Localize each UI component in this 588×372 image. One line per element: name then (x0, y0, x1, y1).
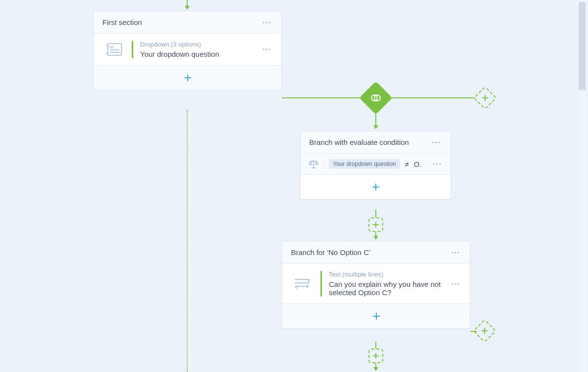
svg-point-32 (457, 252, 459, 253)
accent-bar (320, 271, 322, 297)
branch-title: Branch with evaluate condition (309, 138, 409, 146)
svg-point-0 (263, 22, 264, 23)
connector-vertical (375, 342, 376, 349)
condition-row[interactable]: Your dropdown question ≠ Optio… (300, 154, 451, 175)
accent-bar (132, 41, 133, 58)
plus-icon[interactable] (371, 182, 381, 192)
add-question-footer[interactable] (282, 304, 470, 328)
svg-point-37 (454, 283, 456, 284)
add-condition-footer[interactable] (300, 175, 451, 199)
plus-icon (481, 327, 488, 334)
plus-icon[interactable] (183, 73, 193, 83)
filter-icon (370, 92, 382, 104)
text-multiline-icon (291, 278, 314, 290)
svg-point-30 (451, 252, 453, 253)
svg-point-38 (457, 283, 459, 284)
section-title: First section (102, 18, 142, 26)
svg-point-1 (266, 22, 267, 23)
arrow-down-icon (373, 236, 378, 240)
question-prompt: Your dropdown question (140, 50, 254, 58)
more-icon[interactable] (449, 281, 461, 287)
more-icon[interactable] (430, 140, 442, 145)
condition-operator: ≠ (405, 160, 409, 168)
dropdown-icon (102, 43, 125, 56)
question-type-label: Text (multiple lines) (329, 271, 442, 278)
add-branch-diamond[interactable] (473, 86, 497, 110)
svg-point-10 (269, 48, 270, 50)
condition-value: Optio… (414, 160, 421, 168)
scrollbar-thumb[interactable] (579, 2, 586, 90)
more-icon[interactable] (431, 161, 443, 167)
arrow-down-icon (185, 6, 190, 10)
svg-point-2 (269, 22, 270, 23)
svg-point-36 (451, 283, 453, 284)
branch-title: Branch for 'No Option C' (291, 248, 370, 256)
insert-node[interactable] (368, 217, 383, 232)
more-icon[interactable] (261, 46, 272, 52)
svg-point-9 (266, 48, 267, 50)
connector-horizontal-right (388, 97, 477, 98)
section-first[interactable]: First section Dropdown (3 options) Your (93, 11, 282, 91)
connector-vertical (375, 209, 376, 217)
insert-node[interactable] (368, 349, 383, 363)
svg-point-24 (436, 163, 438, 164)
plus-icon[interactable] (371, 311, 381, 321)
question-row[interactable]: Dropdown (3 options) Your dropdown quest… (94, 34, 281, 66)
section-header[interactable]: First section (94, 11, 281, 34)
connector-horizontal (282, 97, 365, 98)
svg-point-8 (263, 48, 264, 50)
branch-no-option-c[interactable]: Branch for 'No Option C' Text (multiple … (282, 241, 470, 329)
connector-top (187, 0, 188, 6)
svg-point-18 (435, 141, 437, 143)
add-question-footer[interactable] (94, 66, 281, 90)
svg-rect-3 (108, 44, 122, 55)
question-prompt: Can you explain why you have not selecte… (329, 280, 442, 297)
svg-point-31 (454, 252, 456, 253)
connector-vertical (375, 110, 376, 126)
svg-point-19 (438, 141, 440, 143)
plus-icon (482, 94, 489, 101)
branch-header[interactable]: Branch for 'No Option C' (282, 241, 470, 264)
more-icon[interactable] (449, 250, 461, 256)
svg-point-23 (433, 163, 435, 164)
branch-evaluate[interactable]: Branch with evaluate condition Your drop… (300, 131, 451, 200)
arrow-down-icon (373, 367, 378, 371)
question-type-label: Dropdown (3 options) (140, 41, 254, 48)
svg-point-17 (432, 141, 434, 143)
svg-point-25 (439, 163, 441, 164)
connector-dashed (187, 110, 188, 372)
question-row[interactable]: Text (multiple lines) Can you explain wh… (282, 264, 470, 304)
arrow-down-icon (373, 125, 378, 129)
more-icon[interactable] (261, 20, 272, 25)
branch-header[interactable]: Branch with evaluate condition (300, 131, 451, 154)
connector-stub (470, 331, 477, 332)
scales-icon (308, 159, 319, 169)
condition-field: Your dropdown question (329, 159, 400, 169)
